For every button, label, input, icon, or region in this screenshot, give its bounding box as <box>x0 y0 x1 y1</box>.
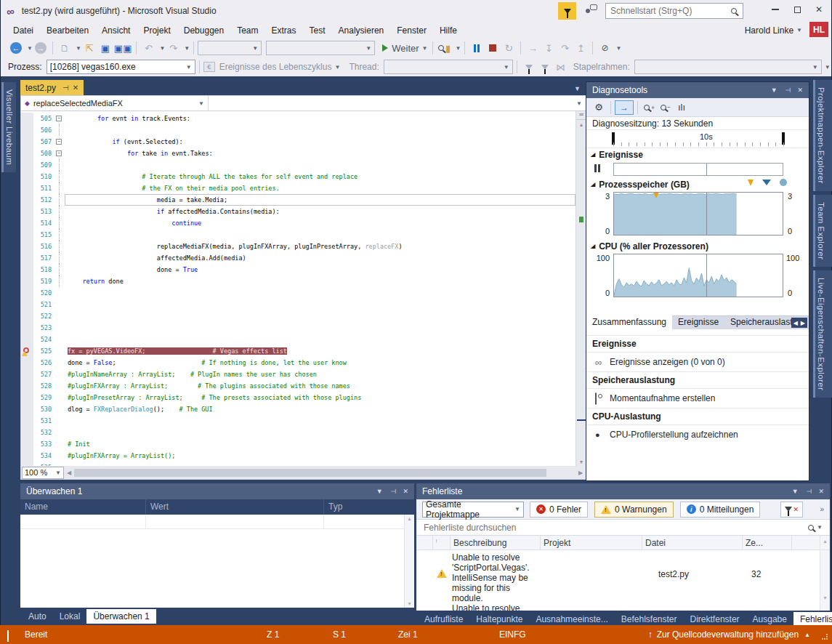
chevron-down-icon[interactable]: ▼ <box>76 45 81 52</box>
code-line[interactable]: 519 return done <box>21 275 575 287</box>
menu-item[interactable]: Datei <box>7 23 40 38</box>
code-line[interactable]: 533# Init <box>21 438 575 450</box>
breakpoint-margin[interactable] <box>21 403 33 415</box>
splitter-handle[interactable]: ═ <box>576 111 586 120</box>
code-text[interactable] <box>65 310 575 322</box>
sidebar-tab-visueller-livebaum[interactable]: Visueller Livebaum <box>1 82 16 172</box>
breakpoint-margin[interactable] <box>21 241 33 252</box>
code-text[interactable] <box>65 334 575 345</box>
config-dropdown[interactable]: ▼ <box>198 41 262 55</box>
fold-margin[interactable]: − <box>54 136 65 148</box>
undo-button[interactable]: ↶ <box>141 41 156 55</box>
error-list-scrollbar[interactable]: ▼ <box>820 550 830 611</box>
events-section-header[interactable]: ◢ Ereignisse <box>586 148 809 161</box>
menu-item[interactable]: Extras <box>265 23 303 38</box>
code-text[interactable] <box>65 159 575 171</box>
toolbar-overflow-icon[interactable]: ▼ <box>825 64 831 71</box>
code-text[interactable]: fx = pyVEGAS.VideoFX; # Vegas effects li… <box>65 345 575 357</box>
code-text[interactable]: replaceMediaFX(media, plugInFXArray, plu… <box>65 241 575 252</box>
code-text[interactable]: done = False; # If nothing is done, let … <box>65 357 575 369</box>
close-button[interactable]: ✕ <box>808 0 830 19</box>
code-text[interactable]: done = True <box>65 264 575 275</box>
chevron-down-icon[interactable]: ▼ <box>334 64 340 71</box>
breakpoint-margin[interactable] <box>21 252 33 264</box>
breakpoint-margin[interactable] <box>21 217 33 229</box>
diagnostics-tab[interactable]: Zusammenfassung <box>586 315 672 329</box>
watch-scrollbar[interactable]: ▲ ▼ <box>404 515 414 608</box>
breakpoint-margin[interactable] <box>21 322 33 334</box>
error-list-search[interactable]: ▼ <box>416 520 830 536</box>
editor-zoom-dropdown[interactable]: 100 % ▼ <box>22 467 64 479</box>
step-out-button[interactable]: ↥ <box>573 41 588 55</box>
breakpoint-margin[interactable] <box>21 369 33 380</box>
window-menu-icon[interactable]: ▼ <box>376 488 383 495</box>
toolbar-overflow-icon[interactable]: ▼ <box>615 45 621 52</box>
error-list-title-bar[interactable]: Fehlerliste ▼ ⊤ ✕ <box>416 483 830 499</box>
code-text[interactable]: media = take.Media; <box>65 194 575 206</box>
breakpoints-button[interactable]: ⊘ <box>597 41 612 55</box>
sidebar-tab[interactable]: Projektmappen-Explorer <box>813 80 832 191</box>
lifecycle-dropdown[interactable]: Ereignisse des Lebenszyklus <box>219 62 332 72</box>
bottom-panel-tab[interactable]: Fehlerliste <box>793 612 832 627</box>
menu-item[interactable]: Bearbeiten <box>40 23 95 38</box>
pin-icon[interactable]: ⊤ <box>784 87 791 93</box>
watch-tab[interactable]: Überwachen 1 <box>86 609 156 624</box>
code-text[interactable] <box>65 299 575 310</box>
quick-launch-input[interactable] <box>606 6 731 16</box>
new-file-button[interactable]: 🗋 <box>57 41 72 55</box>
code-text[interactable]: # Init <box>65 438 575 450</box>
memory-section-header[interactable]: ◢ Prozessspeicher (GB) <box>586 178 809 190</box>
watch-title-bar[interactable]: Überwachen 1 ▼ ⊤ ✕ <box>20 483 414 499</box>
code-line[interactable]: 520 <box>21 287 575 299</box>
show-events-link[interactable]: ∞ Ereignisse anzeigen (0 von 0) <box>586 353 809 371</box>
menu-item[interactable]: Test <box>303 23 332 38</box>
editor-vertical-scrollbar[interactable]: ═ ▲ ▼ <box>575 111 586 466</box>
code-text[interactable] <box>65 415 575 427</box>
column-header-project[interactable]: Projekt <box>541 536 642 550</box>
code-text[interactable] <box>65 229 575 241</box>
breakpoint-margin[interactable] <box>21 124 33 136</box>
take-snapshot-link[interactable]: Momentaufnahme erstellen <box>586 389 809 408</box>
document-tab-test2py[interactable]: test2.py ⊤ ✕ <box>20 80 84 95</box>
gear-icon[interactable]: ⚙ <box>591 100 607 115</box>
continue-button[interactable]: Weiter ▼ <box>382 41 427 55</box>
code-line[interactable]: 532 <box>21 427 575 438</box>
breakpoint-margin[interactable] <box>21 113 33 124</box>
menu-item[interactable]: Debuggen <box>177 23 230 38</box>
code-line[interactable]: 517 affectedMedia.Add(media) <box>21 252 575 264</box>
breakpoint-margin[interactable] <box>21 380 33 392</box>
code-text[interactable]: if affectedMedia.Contains(media): <box>65 206 575 217</box>
record-cpu-profile-link[interactable]: ● CPU-Profilerstellung aufzeichnen <box>586 425 809 444</box>
watch-tab[interactable]: Lokal <box>53 609 87 624</box>
breakpoint-margin[interactable] <box>21 275 33 287</box>
cpu-section-header[interactable]: ◢ CPU (% aller Prozessoren) <box>586 240 809 252</box>
code-line[interactable]: 505− for evnt in track.Events: <box>21 113 575 124</box>
code-line[interactable]: 513 if affectedMedia.Contains(media): <box>21 206 575 217</box>
breakpoint-warning-icon[interactable] <box>21 345 33 357</box>
error-search-input[interactable] <box>424 523 808 533</box>
code-line[interactable]: 512 media = take.Media; <box>21 194 575 206</box>
scroll-left-icon[interactable]: ◀ <box>64 470 74 476</box>
stop-debugging-button[interactable] <box>485 41 500 55</box>
code-line[interactable]: 510 # Iterate through ALL the takes for … <box>21 171 575 182</box>
breakpoint-margin[interactable] <box>21 287 33 299</box>
maximize-button[interactable] <box>786 0 808 19</box>
code-text[interactable]: return done <box>65 275 575 287</box>
redo-button[interactable]: ↷ <box>166 41 180 55</box>
bottom-panel-tab[interactable]: Direktfenster <box>684 612 746 627</box>
open-file-button[interactable]: ⇱ <box>82 41 97 55</box>
code-line[interactable]: 511 # the FX on their media pool entries… <box>21 182 575 194</box>
break-all-button[interactable] <box>469 41 484 55</box>
scope-dropdown[interactable]: Gesamte Projektmappe ▼ <box>422 502 524 518</box>
code-text[interactable] <box>65 322 575 334</box>
messages-filter-button[interactable]: i 0 Mitteilungen <box>680 502 761 518</box>
watch-tab[interactable]: Auto <box>22 609 53 624</box>
code-text[interactable]: for evnt in track.Events: <box>65 113 575 124</box>
toolbar-overflow-icon[interactable]: » <box>820 505 824 513</box>
bottom-panel-tab[interactable]: Ausnahmeeinste... <box>529 612 614 627</box>
code-line[interactable]: 509 <box>21 159 575 171</box>
reset-view-chart-icon[interactable]: ılı <box>674 100 690 115</box>
add-to-source-control-button[interactable]: ↑ Zur Quellcodeverwaltung hinzufügen ▲ <box>648 629 810 640</box>
column-header-file[interactable]: Datei <box>642 536 743 550</box>
editor-horizontal-scrollbar[interactable]: ◀ ▶ <box>64 466 586 479</box>
